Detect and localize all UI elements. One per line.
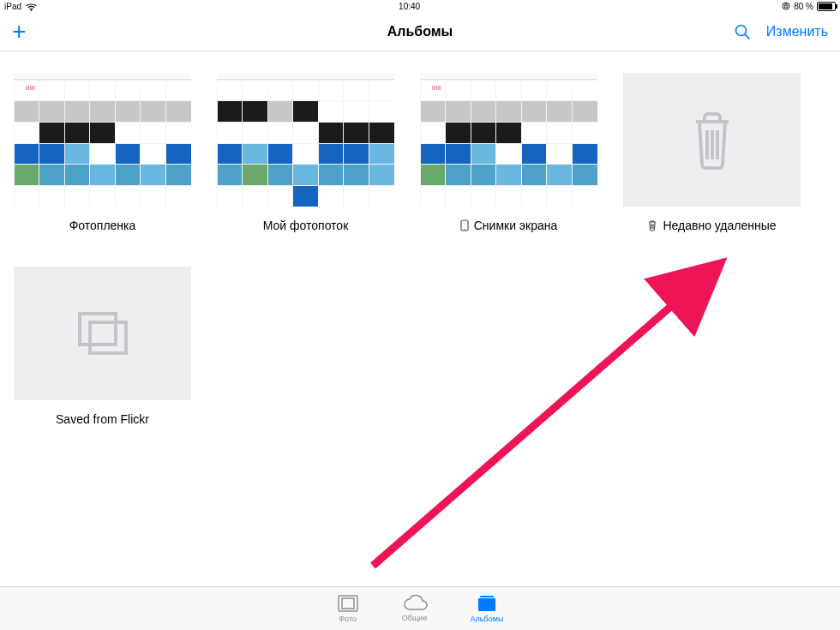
battery-icon [817, 2, 836, 11]
tab-shared[interactable]: Общие [402, 595, 428, 622]
album-recently-deleted[interactable]: Недавно удаленные [623, 73, 801, 232]
wifi-icon [26, 3, 37, 11]
battery-percent: 80 % [794, 2, 813, 11]
tab-photos[interactable]: Фото [337, 594, 359, 623]
trash-icon [647, 219, 657, 231]
tab-label: Альбомы [471, 615, 504, 623]
album-thumb [217, 73, 394, 207]
edit-button[interactable]: Изменить [766, 24, 828, 39]
svg-rect-12 [480, 596, 494, 597]
cloud-icon [402, 595, 428, 612]
page-title: Альбомы [387, 24, 453, 39]
svg-rect-4 [461, 220, 468, 231]
album-camera-roll[interactable]: ||||||| Фотопленка [14, 73, 191, 232]
album-saved-from-flickr[interactable]: Saved from Flickr [14, 267, 191, 426]
album-photo-stream[interactable]: Мой фотопоток [217, 73, 394, 232]
search-icon[interactable] [734, 23, 751, 40]
status-bar: iPad 10:40 80 % [0, 0, 840, 13]
clock: 10:40 [399, 2, 420, 11]
lock-icon [782, 2, 790, 12]
album-label: Фотопленка [69, 219, 136, 232]
albums-icon [476, 594, 498, 613]
album-screenshots[interactable]: ||||||| Снимки экрана [420, 73, 597, 232]
trash-icon [687, 110, 737, 170]
albums-grid-container: ||||||| Фотопленка [0, 51, 840, 588]
svg-rect-6 [80, 314, 116, 345]
nav-bar: + Альбомы Изменить [0, 13, 840, 51]
tab-label: Общие [402, 614, 428, 622]
album-label: Мой фотопоток [263, 219, 349, 232]
album-thumb: ||||||| [420, 73, 597, 207]
add-button[interactable]: + [12, 20, 26, 44]
album-label: Снимки экрана [474, 219, 557, 232]
phone-icon [460, 219, 469, 231]
svg-line-3 [745, 34, 749, 39]
album-thumb [14, 267, 191, 400]
svg-rect-7 [90, 322, 126, 353]
album-label: Недавно удаленные [663, 219, 776, 232]
album-thumb [623, 73, 801, 207]
svg-rect-10 [342, 598, 354, 609]
stack-icon [75, 309, 131, 358]
device-label: iPad [4, 2, 21, 11]
album-thumb: ||||||| [14, 73, 191, 207]
photo-icon [337, 594, 359, 613]
svg-rect-11 [478, 598, 495, 611]
svg-point-0 [31, 9, 33, 11]
album-label: Saved from Flickr [56, 412, 149, 426]
tab-albums[interactable]: Альбомы [471, 594, 504, 623]
tab-bar: Фото Общие Альбомы [0, 586, 840, 630]
tab-label: Фото [339, 615, 357, 623]
